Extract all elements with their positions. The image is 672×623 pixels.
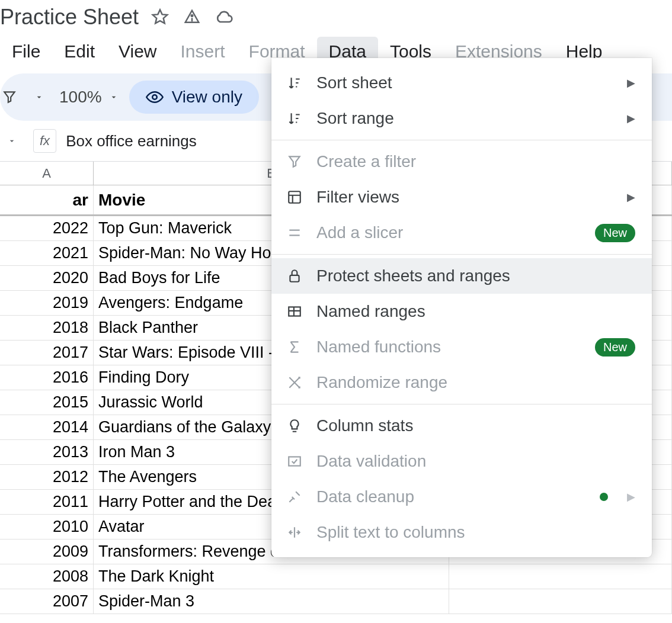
- menu-add-slicer: Add a slicer New: [271, 215, 652, 251]
- menu-sort-range[interactable]: Sort range ▶: [271, 101, 652, 136]
- new-badge: New: [595, 224, 635, 242]
- zoom-control[interactable]: 100%: [59, 88, 119, 107]
- cell-year[interactable]: 2017: [0, 341, 94, 365]
- status-dot-icon: [600, 493, 608, 501]
- menu-data-validation: Data validation: [271, 444, 652, 479]
- cell-year[interactable]: 2013: [0, 440, 94, 464]
- lightbulb-icon: [286, 417, 303, 435]
- cell-movie[interactable]: The Dark Knight: [94, 564, 449, 589]
- lock-icon: [286, 267, 303, 285]
- svg-point-1: [152, 95, 157, 99]
- data-dropdown-menu: Sort sheet ▶ Sort range ▶ Create a filte…: [271, 58, 652, 557]
- menu-separator: [271, 404, 652, 404]
- menu-separator: [271, 140, 652, 140]
- cell-year[interactable]: 2018: [0, 316, 94, 340]
- cell-movie[interactable]: Spider-Man 3: [94, 589, 449, 614]
- shuffle-icon: [286, 374, 303, 391]
- svg-rect-3: [290, 275, 299, 282]
- name-box[interactable]: [7, 136, 24, 146]
- menu-split-text: Split text to columns: [271, 515, 652, 550]
- menu-file[interactable]: File: [0, 37, 52, 66]
- svg-rect-2: [289, 191, 300, 203]
- fx-box: fx: [33, 129, 56, 153]
- fx-label[interactable]: fx: [40, 133, 50, 149]
- sort-icon: [286, 74, 303, 92]
- title-bar: Practice Sheet: [0, 0, 672, 33]
- menu-separator: [271, 254, 652, 255]
- new-badge: New: [595, 338, 635, 357]
- view-only-label: View only: [172, 88, 242, 107]
- menu-protect-sheets[interactable]: Protect sheets and ranges: [271, 258, 652, 294]
- chevron-down-icon: [109, 92, 119, 102]
- cell-year[interactable]: 2008: [0, 564, 94, 589]
- menu-named-ranges[interactable]: Named ranges: [271, 294, 652, 329]
- split-icon: [286, 524, 303, 541]
- table-row[interactable]: 2007Spider-Man 3: [0, 589, 672, 614]
- eye-icon: [146, 88, 164, 106]
- menu-filter-views[interactable]: Filter views ▶: [271, 179, 652, 215]
- chevron-down-icon: [7, 136, 17, 146]
- menu-data-cleanup: Data cleanup ▶: [271, 479, 652, 515]
- menu-randomize-range: Randomize range: [271, 365, 652, 400]
- cloud-icon[interactable]: [213, 7, 235, 28]
- cell-year[interactable]: 2007: [0, 589, 94, 614]
- sort-icon: [286, 110, 303, 127]
- slicer-icon: [286, 224, 303, 242]
- submenu-arrow-icon: ▶: [627, 76, 635, 89]
- table-row[interactable]: 2008The Dark Knight: [0, 564, 672, 589]
- chevron-down-icon[interactable]: [30, 88, 49, 107]
- cell-year[interactable]: 2011: [0, 490, 94, 514]
- cell-year[interactable]: 2015: [0, 390, 94, 415]
- submenu-arrow-icon: ▶: [627, 490, 635, 503]
- menu-insert[interactable]: Insert: [169, 37, 237, 66]
- menu-create-filter: Create a filter: [271, 144, 652, 179]
- menu-view[interactable]: View: [107, 37, 168, 66]
- zoom-value: 100%: [59, 88, 102, 107]
- menu-sort-sheet[interactable]: Sort sheet ▶: [271, 65, 652, 101]
- menu-edit[interactable]: Edit: [52, 37, 107, 66]
- filter-icon[interactable]: [0, 88, 19, 107]
- svg-rect-5: [289, 457, 300, 465]
- named-ranges-icon: [286, 303, 303, 320]
- cell-year[interactable]: 2010: [0, 515, 94, 539]
- submenu-arrow-icon: ▶: [627, 191, 635, 204]
- cleanup-icon: [286, 488, 303, 506]
- column-header-a[interactable]: A: [0, 162, 94, 185]
- header-year[interactable]: ar: [0, 185, 94, 214]
- filter-views-icon: [286, 188, 303, 206]
- cell-year[interactable]: 2009: [0, 539, 94, 564]
- filter-icon: [286, 153, 303, 171]
- cell-year[interactable]: 2016: [0, 365, 94, 390]
- formula-content[interactable]: Box office earnings: [66, 132, 197, 150]
- svg-point-0: [191, 15, 193, 17]
- view-only-badge[interactable]: View only: [129, 81, 259, 114]
- cell-year[interactable]: 2014: [0, 415, 94, 439]
- document-title[interactable]: Practice Sheet: [0, 5, 139, 30]
- menu-column-stats[interactable]: Column stats: [271, 408, 652, 444]
- star-icon[interactable]: [149, 7, 171, 28]
- cell-year[interactable]: 2020: [0, 266, 94, 290]
- move-icon[interactable]: [181, 7, 203, 28]
- validation-icon: [286, 452, 303, 470]
- cell-year[interactable]: 2019: [0, 291, 94, 315]
- cell-rest[interactable]: [449, 564, 672, 589]
- cell-year[interactable]: 2022: [0, 216, 94, 240]
- submenu-arrow-icon: ▶: [627, 112, 635, 125]
- cell-rest[interactable]: [449, 589, 672, 614]
- sigma-icon: [286, 338, 303, 356]
- cell-year[interactable]: 2021: [0, 241, 94, 265]
- menu-named-functions: Named functions New: [271, 329, 652, 365]
- cell-year[interactable]: 2012: [0, 465, 94, 489]
